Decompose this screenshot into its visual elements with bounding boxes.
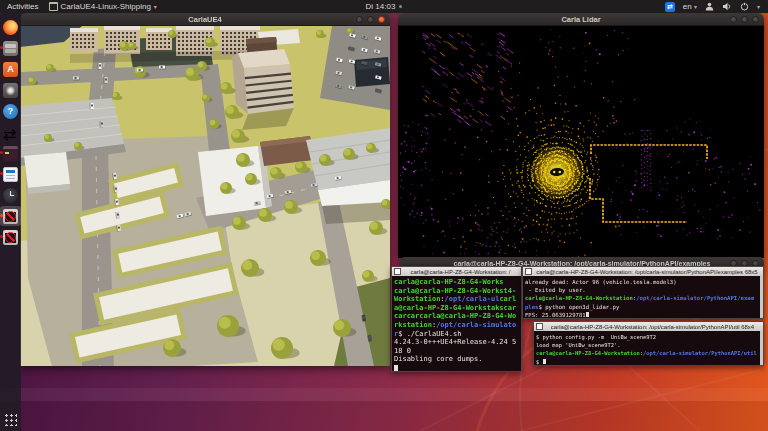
terminal-line: - Exited by user. xyxy=(525,286,761,294)
teamviewer-tray-icon[interactable]: ⇄ xyxy=(665,2,675,12)
terminal-icon xyxy=(536,323,543,330)
minimize-button[interactable] xyxy=(730,16,737,23)
dock: A?⇄ xyxy=(0,13,21,431)
top-bar: Activities CarlaUE4-Linux-Shipping ▾ Di … xyxy=(0,0,768,13)
terminal-line: r$ ./CarlaUE4.sh xyxy=(394,330,519,339)
xterm-examples-terminal[interactable]: already dead: Actor 96 (vehicle.tesla.mo… xyxy=(523,276,763,318)
terminal-line: carla@carla-HP-Z8-G4-Works xyxy=(394,278,519,287)
clock-label[interactable]: Di 14:03 xyxy=(366,2,396,11)
dock-item-writer[interactable] xyxy=(0,164,21,184)
terminal-line: carla@carla-HP-Z8-G4-Workstation:/opt/ca… xyxy=(536,349,761,357)
volume-icon[interactable] xyxy=(722,2,732,11)
xterm-left-terminal[interactable]: carla@carla-HP-Z8-G4-Workscarla@carla-HP… xyxy=(392,276,521,371)
lidar-window-title: Carla Lidar xyxy=(561,15,600,24)
clock-icon xyxy=(3,188,18,203)
terminal-line: carla@carla-HP-Z8-G4-Workst4- xyxy=(394,287,519,296)
terminal-cursor xyxy=(543,359,546,364)
software-icon: A xyxy=(3,62,18,77)
language-indicator[interactable]: en ▾ xyxy=(683,2,697,11)
files-icon xyxy=(3,41,18,56)
dock-item-xterm2[interactable] xyxy=(0,227,21,247)
app-grid-icon xyxy=(4,413,17,426)
terminal-cursor xyxy=(394,365,398,371)
terminal-line: rkstation:/opt/carla-simulato xyxy=(394,321,519,330)
teamviewer-icon: ⇄ xyxy=(3,125,18,140)
dock-item-settings[interactable] xyxy=(0,80,21,100)
terminal-line: load map 'UniBw_scene9T2'. xyxy=(536,341,761,349)
carla-window-title: CarlaUE4 xyxy=(188,15,221,24)
lidar-window: Carla Lidar xyxy=(398,13,764,258)
screen: CarlaUE4 Carla Lidar carla@carla-HP-Z8-G… xyxy=(0,0,768,431)
close-button[interactable] xyxy=(378,16,385,23)
dock-item-firefox[interactable] xyxy=(0,17,21,37)
lidar-viewport[interactable] xyxy=(398,26,764,258)
show-apps-button[interactable] xyxy=(0,411,21,426)
notification-dot xyxy=(399,5,402,8)
xterm-examples-title: carla@carla-HP-Z8-G4-Workstation: /opt/c… xyxy=(535,269,763,275)
terminal-line: carcarcarla@carla-HP-Z8-G4-Wo xyxy=(394,312,519,321)
xterm-icon xyxy=(3,230,18,245)
xterm-util-window: carla@carla-HP-Z8-G4-Workstation: /opt/c… xyxy=(533,321,764,366)
carla-titlebar[interactable]: CarlaUE4 xyxy=(20,13,390,26)
xterm-util-terminal[interactable]: $ python config.py -m UniBw_scene9T2load… xyxy=(534,331,763,365)
close-button[interactable] xyxy=(752,16,759,23)
terminal-line: ples$ python open3d_lidar.py xyxy=(525,303,761,311)
terminal-line: a@carla-HP-Z8-G4-Workstakscar xyxy=(394,304,519,313)
terminal-icon xyxy=(3,146,18,161)
terminal-line: 18 0 xyxy=(394,347,519,356)
scrollbar[interactable] xyxy=(760,331,763,365)
scrollbar[interactable] xyxy=(760,276,763,318)
writer-icon xyxy=(3,167,18,182)
terminal-cursor xyxy=(586,312,589,318)
terminal-line: already dead: Actor 96 (vehicle.tesla.mo… xyxy=(525,278,761,286)
terminal-line: Workstation:/opt/carla-ulcarl xyxy=(394,295,519,304)
chevron-down-icon: ▾ xyxy=(154,3,157,10)
dock-item-teamviewer[interactable]: ⇄ xyxy=(0,122,21,142)
power-icon[interactable] xyxy=(740,2,749,11)
firefox-icon xyxy=(3,20,18,35)
terminal-line: carla@carla-HP-Z8-G4-Workstation:/opt/ca… xyxy=(525,294,761,302)
xterm-left-titlebar[interactable]: carla@carla-HP-Z8-G4-Workstation: / xyxy=(392,267,521,276)
window-icon xyxy=(49,2,58,11)
maximize-button[interactable] xyxy=(741,16,748,23)
dock-item-terminal[interactable] xyxy=(0,143,21,163)
terminal-icon xyxy=(525,268,532,275)
terminal-line: $ xyxy=(536,358,761,365)
chevron-down-icon[interactable]: ▾ xyxy=(757,3,760,10)
xterm-icon xyxy=(3,209,18,224)
carla-window: CarlaUE4 xyxy=(20,13,390,366)
terminal-line: $ python config.py -m UniBw_scene9T2 xyxy=(536,333,761,341)
xterm-util-titlebar[interactable]: carla@carla-HP-Z8-G4-Workstation: /opt/c… xyxy=(534,322,763,331)
app-menu-label: CarlaUE4-Linux-Shipping xyxy=(61,2,151,11)
activities-button[interactable]: Activities xyxy=(7,2,39,11)
app-menu[interactable]: CarlaUE4-Linux-Shipping ▾ xyxy=(49,2,157,11)
terminal-line: Disabling core dumps. xyxy=(394,355,519,364)
user-icon[interactable] xyxy=(705,2,714,11)
dock-item-xterm1[interactable] xyxy=(0,206,21,226)
terminal-icon xyxy=(394,268,401,275)
terminal-line xyxy=(394,364,519,371)
xterm-examples-titlebar[interactable]: carla@carla-HP-Z8-G4-Workstation: /opt/c… xyxy=(523,267,763,276)
dock-item-software[interactable]: A xyxy=(0,59,21,79)
help-icon: ? xyxy=(3,104,18,119)
xterm-left-window: carla@carla-HP-Z8-G4-Workstation: / carl… xyxy=(391,266,522,372)
terminal-line: FPS: 25.0639129781 xyxy=(525,311,761,318)
carla-3d-viewport[interactable] xyxy=(20,26,390,366)
dock-item-help[interactable]: ? xyxy=(0,101,21,121)
lidar-titlebar[interactable]: Carla Lidar xyxy=(398,13,764,26)
minimize-button[interactable] xyxy=(356,16,363,23)
xterm-util-title: carla@carla-HP-Z8-G4-Workstation: /opt/c… xyxy=(546,324,763,330)
terminal-line: 4.24.3-0+++UE4+Release-4.24 5 xyxy=(394,338,519,347)
maximize-button[interactable] xyxy=(367,16,374,23)
xterm-left-title: carla@carla-HP-Z8-G4-Workstation: / xyxy=(404,269,521,275)
settings-icon xyxy=(3,83,18,98)
dock-item-clock[interactable] xyxy=(0,185,21,205)
chevron-down-icon: ▾ xyxy=(694,4,697,10)
dock-item-files[interactable] xyxy=(0,38,21,58)
xterm-examples-window: carla@carla-HP-Z8-G4-Workstation: /opt/c… xyxy=(522,266,764,319)
